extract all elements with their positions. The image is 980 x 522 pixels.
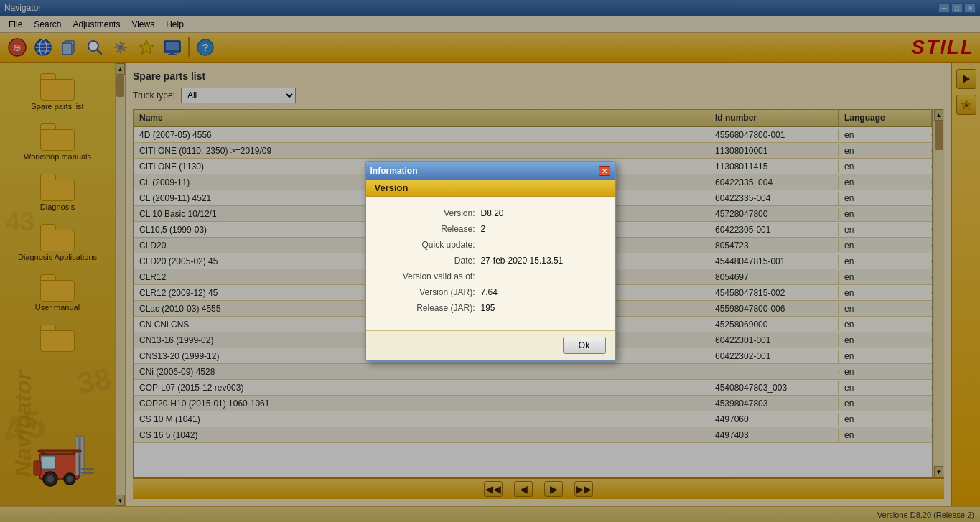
- information-modal: Information ✕ Version Version: D8.20 Rel…: [365, 161, 616, 361]
- modal-field-label: Version:: [381, 208, 481, 218]
- modal-field-row: Quick update:: [381, 240, 600, 250]
- modal-field-row: Version: D8.20: [381, 208, 600, 218]
- modal-field-row: Date: 27-feb-2020 15.13.51: [381, 256, 600, 266]
- modal-field-value: 27-feb-2020 15.13.51: [481, 256, 564, 266]
- modal-field-row: Release: 2: [381, 224, 600, 234]
- modal-section-header: Version: [366, 180, 615, 197]
- modal-title: Information: [370, 166, 418, 176]
- modal-field-label: Quick update:: [381, 240, 481, 250]
- modal-field-value: D8.20: [481, 208, 504, 218]
- modal-field-row: Release (JAR): 195: [381, 303, 600, 313]
- modal-footer: Ok: [366, 330, 615, 360]
- modal-titlebar: Information ✕: [366, 162, 615, 180]
- modal-field-label: Version (JAR):: [381, 287, 481, 297]
- modal-field-value: 195: [481, 303, 495, 313]
- modal-body: Version: D8.20 Release: 2 Quick update: …: [366, 197, 615, 330]
- modal-field-row: Version (JAR): 7.64: [381, 287, 600, 297]
- modal-field-label: Release (JAR):: [381, 303, 481, 313]
- modal-field-value: 7.64: [481, 287, 498, 297]
- modal-field-label: Version valid as of:: [381, 271, 481, 281]
- modal-ok-btn[interactable]: Ok: [563, 337, 606, 354]
- modal-field-value: 2: [481, 224, 486, 234]
- modal-close-btn[interactable]: ✕: [599, 166, 610, 176]
- modal-field-label: Release:: [381, 224, 481, 234]
- modal-overlay: Information ✕ Version Version: D8.20 Rel…: [0, 0, 980, 522]
- modal-field-label: Date:: [381, 256, 481, 266]
- modal-field-row: Version valid as of:: [381, 271, 600, 281]
